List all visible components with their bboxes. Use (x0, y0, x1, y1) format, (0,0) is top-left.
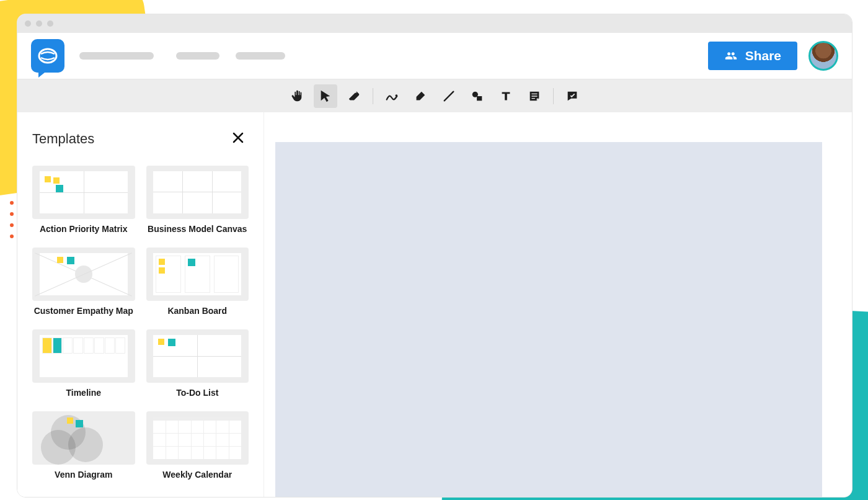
template-customer-empathy-map[interactable]: Customer Empathy Map (32, 248, 135, 316)
shape-icon (471, 89, 484, 103)
marker-icon (414, 89, 427, 103)
template-label: Action Priority Matrix (32, 224, 135, 234)
template-thumbnail (146, 248, 249, 301)
template-label: To-Do List (146, 388, 249, 398)
toolbar (17, 79, 852, 112)
eraser-icon (347, 89, 361, 103)
breadcrumb-placeholder (176, 52, 219, 60)
toolbar-divider (553, 88, 554, 104)
template-venn-diagram[interactable]: Venn Diagram (32, 411, 135, 480)
note-tool[interactable] (523, 84, 546, 108)
window-control-minimize[interactable] (36, 20, 42, 27)
eraser-tool[interactable] (342, 84, 366, 108)
app-window: Share (17, 14, 852, 498)
template-grid: Action Priority Matrix Business Model Ca… (32, 166, 249, 480)
svg-rect-3 (477, 96, 482, 100)
pen-icon (385, 89, 399, 103)
app-header: Share (17, 33, 852, 79)
template-label: Business Model Canvas (146, 224, 249, 234)
template-thumbnail (32, 411, 135, 465)
toolbar-divider (373, 88, 373, 104)
hand-tool[interactable] (285, 84, 309, 108)
template-to-do-list[interactable]: To-Do List (146, 329, 249, 398)
user-avatar[interactable] (808, 41, 838, 71)
window-titlebar (17, 14, 852, 33)
canvas-placeholder (275, 142, 822, 497)
svg-point-0 (39, 49, 56, 63)
template-label: Venn Diagram (32, 470, 135, 480)
hand-icon (290, 89, 304, 103)
line-tool[interactable] (437, 84, 461, 108)
template-label: Weekly Calendar (146, 470, 249, 480)
template-thumbnail (146, 411, 249, 465)
template-thumbnail (146, 329, 249, 383)
comment-icon (565, 89, 579, 103)
close-icon (231, 130, 246, 145)
template-timeline[interactable]: Timeline (32, 329, 135, 398)
template-kanban-board[interactable]: Kanban Board (146, 248, 249, 316)
window-control-zoom[interactable] (47, 20, 53, 27)
breadcrumb-placeholder (79, 52, 154, 60)
close-panel-button[interactable] (228, 128, 249, 150)
templates-panel: Templates Action Priority Matrix (17, 112, 264, 497)
template-label: Customer Empathy Map (32, 306, 135, 316)
cursor-icon (319, 89, 332, 103)
template-weekly-calendar[interactable]: Weekly Calendar (146, 411, 249, 480)
content-area: Templates Action Priority Matrix (17, 112, 852, 497)
svg-point-1 (396, 94, 398, 97)
comment-tool[interactable] (560, 84, 584, 108)
people-icon (724, 50, 738, 62)
marker-tool[interactable] (409, 84, 432, 108)
template-label: Kanban Board (146, 306, 249, 316)
text-icon (499, 89, 513, 103)
canvas-area[interactable] (264, 112, 852, 497)
template-thumbnail (32, 329, 135, 383)
breadcrumb-placeholder (236, 52, 285, 60)
line-icon (442, 89, 456, 103)
template-business-model-canvas[interactable]: Business Model Canvas (146, 166, 249, 234)
share-button-label: Share (745, 48, 781, 63)
window-control-close[interactable] (25, 20, 31, 27)
template-thumbnail (146, 166, 249, 219)
template-action-priority-matrix[interactable]: Action Priority Matrix (32, 166, 135, 234)
template-thumbnail (32, 248, 135, 301)
select-tool[interactable] (314, 84, 337, 108)
pen-tool[interactable] (380, 84, 404, 108)
note-icon (528, 89, 541, 103)
shape-tool[interactable] (466, 84, 489, 108)
share-button[interactable]: Share (708, 42, 797, 70)
app-logo[interactable] (31, 39, 64, 73)
templates-title: Templates (32, 131, 94, 147)
template-thumbnail (32, 166, 135, 219)
template-label: Timeline (32, 388, 135, 398)
text-tool[interactable] (494, 84, 518, 108)
